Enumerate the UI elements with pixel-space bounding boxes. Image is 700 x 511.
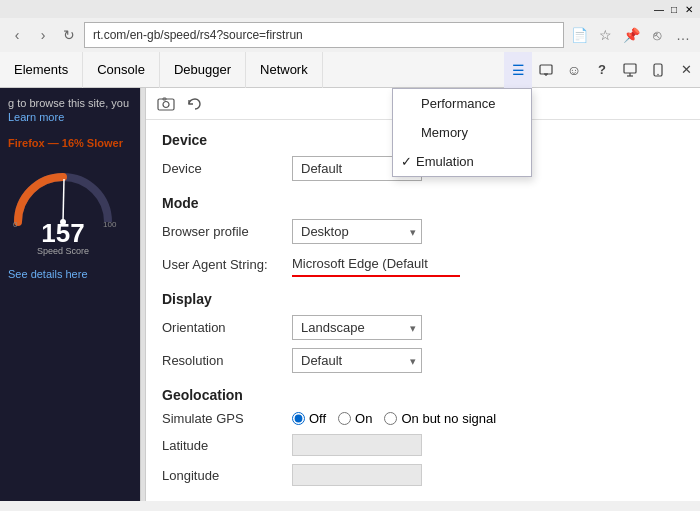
check-icon: ✓ bbox=[401, 154, 412, 169]
device-label: Device bbox=[162, 161, 292, 176]
main-area: g to browse this site, you Learn more Fi… bbox=[0, 88, 700, 501]
close-button[interactable]: ✕ bbox=[682, 2, 696, 16]
radio-on-label[interactable]: On bbox=[338, 411, 372, 426]
speed-gauge: 0 100 157 Speed Score bbox=[8, 157, 118, 256]
see-details-link[interactable]: See details here bbox=[8, 268, 88, 280]
orientation-row: Orientation Landscape Portrait bbox=[162, 315, 684, 340]
help-icon[interactable]: ? bbox=[588, 52, 616, 88]
dropdown-item-emulation[interactable]: ✓ Emulation bbox=[393, 147, 531, 176]
more-tools-button[interactable]: ☰ Performance Memory ✓ Emulation bbox=[504, 52, 532, 88]
share-icon[interactable]: ⎋ bbox=[646, 24, 668, 46]
svg-point-7 bbox=[657, 73, 658, 74]
svg-rect-3 bbox=[624, 64, 636, 73]
latitude-row: Latitude bbox=[162, 434, 684, 456]
svg-line-8 bbox=[63, 179, 64, 222]
radio-on-input[interactable] bbox=[338, 412, 351, 425]
address-bar-row: ‹ › ↻ rt.com/en-gb/speed/rs4?source=firs… bbox=[0, 18, 700, 52]
screencast-icon[interactable] bbox=[532, 52, 560, 88]
display-section-header: Display bbox=[162, 291, 684, 307]
bookmark-icon[interactable]: ☆ bbox=[594, 24, 616, 46]
simulate-gps-row: Simulate GPS Off On On but no signal bbox=[162, 411, 684, 426]
simulate-gps-label: Simulate GPS bbox=[162, 411, 292, 426]
gps-radio-group: Off On On but no signal bbox=[292, 411, 496, 426]
radio-no-signal-label[interactable]: On but no signal bbox=[384, 411, 496, 426]
emoji-icon[interactable]: ☺ bbox=[560, 52, 588, 88]
panel-content: Device Device Default Mode Browser profi… bbox=[146, 120, 700, 501]
latitude-input[interactable] bbox=[292, 434, 422, 456]
devtools-tabs: Elements Console Debugger Network bbox=[0, 52, 504, 88]
refresh-icon[interactable]: ↻ bbox=[58, 24, 80, 46]
firefox-slower-text: Firefox — 16% Slower bbox=[8, 137, 123, 149]
tab-debugger[interactable]: Debugger bbox=[160, 52, 246, 88]
pin-icon[interactable]: 📌 bbox=[620, 24, 642, 46]
devtools-topbar: Elements Console Debugger Network ☰ Perf… bbox=[0, 52, 700, 88]
longitude-input[interactable] bbox=[292, 464, 422, 486]
forward-icon[interactable]: › bbox=[32, 24, 54, 46]
minimize-button[interactable]: — bbox=[652, 2, 666, 16]
user-agent-row: User Agent String: bbox=[162, 252, 684, 277]
back-icon[interactable]: ‹ bbox=[6, 24, 28, 46]
monitor-icon[interactable] bbox=[616, 52, 644, 88]
orientation-select-wrapper: Landscape Portrait bbox=[292, 315, 422, 340]
radio-off-input[interactable] bbox=[292, 412, 305, 425]
resolution-select-wrapper: Default bbox=[292, 348, 422, 373]
reader-icon[interactable]: 📄 bbox=[568, 24, 590, 46]
preview-browse-text: g to browse this site, you bbox=[8, 96, 129, 111]
speed-label: Speed Score bbox=[8, 246, 118, 256]
browser-profile-label: Browser profile bbox=[162, 224, 292, 239]
more-icon[interactable]: … bbox=[672, 24, 694, 46]
tab-network[interactable]: Network bbox=[246, 52, 323, 88]
resolution-label: Resolution bbox=[162, 353, 292, 368]
more-tools-dropdown: Performance Memory ✓ Emulation bbox=[392, 88, 532, 177]
tab-elements[interactable]: Elements bbox=[0, 52, 83, 88]
url-text: rt.com/en-gb/speed/rs4?source=firstrun bbox=[93, 28, 303, 42]
phone-icon[interactable] bbox=[644, 52, 672, 88]
longitude-label: Longitude bbox=[162, 468, 292, 483]
browser-profile-select-wrapper: Desktop bbox=[292, 219, 422, 244]
svg-rect-0 bbox=[540, 65, 552, 74]
learn-more-link[interactable]: Learn more bbox=[8, 111, 64, 123]
user-agent-label: User Agent String: bbox=[162, 257, 292, 272]
maximize-button[interactable]: □ bbox=[667, 2, 681, 16]
radio-off-label[interactable]: Off bbox=[292, 411, 326, 426]
title-bar: — □ ✕ bbox=[0, 0, 700, 18]
resolution-row: Resolution Default bbox=[162, 348, 684, 373]
tab-console[interactable]: Console bbox=[83, 52, 160, 88]
svg-point-13 bbox=[163, 101, 169, 107]
svg-text:0: 0 bbox=[13, 220, 18, 227]
latitude-label: Latitude bbox=[162, 438, 292, 453]
page-preview: g to browse this site, you Learn more Fi… bbox=[0, 88, 140, 501]
user-agent-control bbox=[292, 252, 460, 277]
svg-rect-12 bbox=[158, 99, 174, 110]
address-bar[interactable]: rt.com/en-gb/speed/rs4?source=firstrun bbox=[84, 22, 564, 48]
resolution-select[interactable]: Default bbox=[292, 348, 422, 373]
screenshot-button[interactable] bbox=[154, 92, 178, 116]
dropdown-item-memory[interactable]: Memory bbox=[393, 118, 531, 147]
geolocation-section-header: Geolocation bbox=[162, 387, 684, 403]
user-agent-input[interactable] bbox=[292, 252, 460, 277]
radio-no-signal-input[interactable] bbox=[384, 412, 397, 425]
devtools-icons: ☰ Performance Memory ✓ Emulation bbox=[504, 52, 700, 88]
mode-section-header: Mode bbox=[162, 195, 684, 211]
more-icon: ☰ bbox=[512, 62, 525, 78]
orientation-label: Orientation bbox=[162, 320, 292, 335]
longitude-row: Longitude bbox=[162, 464, 684, 486]
undo-button[interactable] bbox=[182, 92, 206, 116]
close-devtools-button[interactable]: ✕ bbox=[672, 52, 700, 88]
browser-profile-select[interactable]: Desktop bbox=[292, 219, 422, 244]
dropdown-item-performance[interactable]: Performance bbox=[393, 89, 531, 118]
svg-text:100: 100 bbox=[103, 220, 117, 227]
orientation-select[interactable]: Landscape Portrait bbox=[292, 315, 422, 340]
browser-profile-row: Browser profile Desktop bbox=[162, 219, 684, 244]
